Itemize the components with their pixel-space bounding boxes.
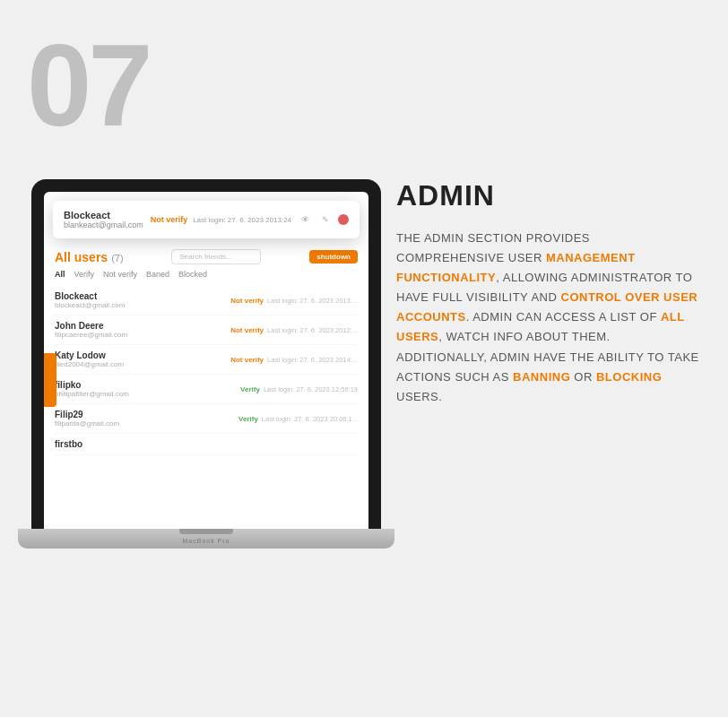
user-name: Blockeact: [55, 291, 230, 301]
user-details: Blockeact blockeact@gmail.com: [55, 291, 230, 309]
desc-part6: USERS.: [396, 390, 442, 403]
user-name: filipko: [55, 380, 240, 390]
tab-blocked[interactable]: Blocked: [178, 270, 207, 279]
text-panel: ADMIN THE ADMIN SECTION PROVIDES COMPREH…: [396, 179, 701, 407]
filter-tabs: All Verify Not verify Baned Blocked: [55, 270, 358, 279]
user-popup-card: Blockeact blankeact@gmail.com Not verify…: [53, 201, 360, 238]
view-icon[interactable]: 👁: [299, 212, 313, 227]
user-email: filiparita@gmail.com: [55, 419, 238, 428]
macbook-screen-bezel: All users (7) Search friends... shutdown…: [44, 192, 368, 529]
popup-username: Blockeact: [64, 210, 143, 220]
last-login: Last login: 27. 6. 2023 2012:...: [267, 326, 358, 334]
desc-part5: OR: [570, 370, 596, 384]
last-login: Last login: 27. 6. 2023 12:56:19: [264, 385, 358, 393]
user-name: Katy Lodow: [55, 350, 230, 360]
status-badge: Verify: [238, 415, 258, 423]
table-row: filipko philipafilter@gmail.com Verify L…: [55, 375, 358, 404]
status-badge: Not verify: [230, 356, 264, 364]
user-name: Filip29: [55, 410, 238, 419]
table-row: Blockeact blockeact@gmail.com Not verify…: [55, 286, 358, 315]
block-icon[interactable]: [338, 214, 349, 225]
status-badge: Not verify: [230, 297, 264, 305]
section-title: ADMIN: [396, 179, 701, 212]
status-badge: Verify: [240, 385, 260, 393]
tab-all[interactable]: All: [55, 270, 65, 279]
user-email: philipafilter@gmail.com: [55, 390, 240, 398]
tab-verify[interactable]: Verify: [74, 270, 95, 279]
highlight-banning: BANNING: [513, 370, 570, 384]
user-details: filipko philipafilter@gmail.com: [55, 380, 240, 398]
macbook-label: MacBook Pro: [182, 538, 230, 544]
user-email: blockeact@gmail.com: [55, 301, 230, 309]
popup-status: Not verify: [151, 215, 188, 224]
user-details: firstbo: [55, 439, 358, 449]
app-content: All users (7) Search friends... shutdown…: [44, 242, 368, 462]
status-badge: Not verify: [230, 326, 264, 334]
popup-last-login: Last login: 27. 6. 2023 2013:24: [193, 216, 291, 224]
slide-number: 07: [27, 27, 150, 143]
user-details: Filip29 filiparita@gmail.com: [55, 410, 238, 428]
macbook-base: MacBook Pro: [18, 529, 394, 549]
macbook-device: All users (7) Search friends... shutdown…: [18, 179, 394, 574]
app-title: All users: [55, 250, 108, 264]
table-row: firstbo: [55, 434, 358, 455]
table-row: John Deere filipcaeree@gmail.com Not ver…: [55, 315, 358, 345]
popup-actions: 👁 ✎: [299, 212, 349, 227]
popup-email: blankeact@gmail.com: [64, 220, 143, 229]
search-input[interactable]: Search friends...: [171, 249, 261, 264]
user-email: filed2004@gmail.com: [55, 360, 230, 368]
shutdown-button[interactable]: shutdown: [309, 250, 358, 263]
app-header: All users (7) Search friends... shutdown: [55, 249, 358, 264]
table-row: Katy Lodow filed2004@gmail.com Not verif…: [55, 345, 358, 375]
orange-accent-bar: [44, 353, 56, 407]
popup-user-info: Blockeact blankeact@gmail.com: [64, 210, 143, 229]
tab-baned[interactable]: Baned: [146, 270, 169, 279]
highlight-blocking: BLOCKING: [596, 370, 662, 384]
user-email: filipcaeree@gmail.com: [55, 331, 230, 339]
macbook-screen-outer: All users (7) Search friends... shutdown…: [31, 179, 381, 529]
table-row: Filip29 filiparita@gmail.com Verify Last…: [55, 404, 358, 434]
tab-not-verify[interactable]: Not verify: [103, 270, 137, 279]
user-name: firstbo: [55, 439, 358, 449]
user-name: John Deere: [55, 321, 230, 331]
user-details: John Deere filipcaeree@gmail.com: [55, 321, 230, 339]
user-details: Katy Lodow filed2004@gmail.com: [55, 350, 230, 368]
last-login: Last login: 27. 6. 2023 2014:...: [267, 356, 358, 364]
desc-part3: . ADMIN CAN ACCESS A LIST OF: [466, 310, 661, 324]
last-login: Last login: 27. 6. 2023 2013:...: [267, 297, 358, 305]
description-text: THE ADMIN SECTION PROVIDES COMPREHENSIVE…: [396, 229, 701, 407]
user-count-badge: (7): [111, 253, 123, 263]
last-login: Last login: 27. 6. 2023 20:06:1...: [262, 415, 358, 423]
edit-icon[interactable]: ✎: [318, 212, 333, 227]
